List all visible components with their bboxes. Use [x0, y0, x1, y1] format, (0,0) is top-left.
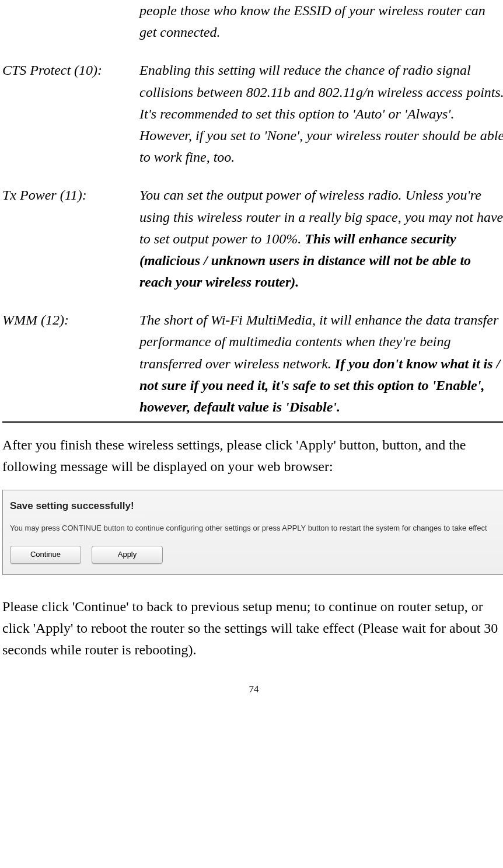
- page-number: 74: [2, 682, 503, 697]
- definition-text: Enabling this setting will reduce the ch…: [139, 62, 503, 165]
- definition-term: Tx Power (11):: [2, 184, 139, 309]
- definition-term: WMM (12):: [2, 309, 139, 420]
- continue-button[interactable]: Continue: [10, 546, 81, 563]
- definition-term: CTS Protect (10):: [2, 60, 139, 184]
- paragraph-instructions: Please click 'Continue' to back to previ…: [2, 596, 503, 661]
- definition-description: The short of Wi-Fi MultiMedia, it will e…: [139, 309, 503, 420]
- paragraph-after-apply: After you finish these wireless settings…: [2, 434, 503, 477]
- definition-row: people those who know the ESSID of your …: [2, 0, 503, 60]
- definition-description: people those who know the ESSID of your …: [139, 0, 503, 60]
- definition-row: CTS Protect (10): Enabling this setting …: [2, 60, 503, 184]
- definitions-table: people those who know the ESSID of your …: [2, 0, 503, 420]
- definition-row: WMM (12): The short of Wi-Fi MultiMedia,…: [2, 309, 503, 420]
- definition-text: people those who know the ESSID of your …: [139, 3, 485, 40]
- dialog-button-row: Continue Apply: [10, 546, 498, 563]
- definition-description: Enabling this setting will reduce the ch…: [139, 60, 503, 184]
- definition-row: Tx Power (11): You can set the output po…: [2, 184, 503, 309]
- save-settings-dialog: Save setting successfully! You may press…: [2, 490, 503, 575]
- dialog-message: You may press CONTINUE button to continu…: [10, 523, 498, 534]
- definition-description: You can set the output power of wireless…: [139, 184, 503, 309]
- definition-term: [2, 0, 139, 60]
- section-divider: [2, 421, 503, 423]
- dialog-title: Save setting successfully!: [10, 499, 498, 514]
- apply-button[interactable]: Apply: [92, 546, 163, 563]
